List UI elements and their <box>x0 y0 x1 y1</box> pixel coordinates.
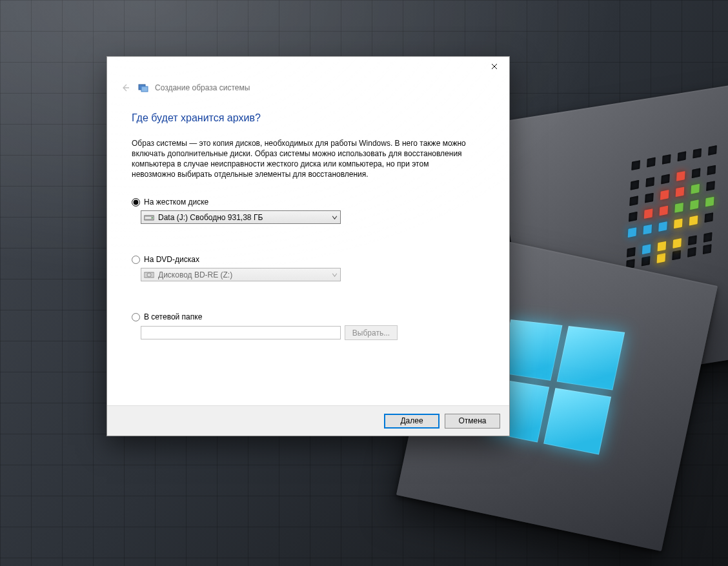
chevron-down-icon <box>332 272 338 278</box>
svg-rect-3 <box>145 217 151 219</box>
radio-network[interactable]: В сетевой папке <box>132 312 485 321</box>
svg-rect-1 <box>141 86 148 92</box>
optical-drive-icon <box>144 271 154 279</box>
hdd-drive-combo[interactable]: Data (J:) Свободно 931,38 ГБ <box>141 210 341 224</box>
network-path-input <box>141 326 341 339</box>
svg-point-4 <box>152 217 153 218</box>
option-group-network: В сетевой папке Выбрать... <box>132 312 485 340</box>
titlebar <box>107 57 509 76</box>
cancel-button[interactable]: Отмена <box>445 414 500 429</box>
page-heading: Где будет хранится архив? <box>132 112 485 124</box>
radio-hdd-input[interactable] <box>132 198 140 207</box>
radio-dvd-label: На DVD-дисках <box>144 255 199 264</box>
page-description: Образ системы — это копия дисков, необхо… <box>132 138 467 179</box>
browse-button: Выбрать... <box>345 325 398 340</box>
radio-hdd-label: На жестком диске <box>144 197 208 207</box>
chevron-down-icon <box>332 214 338 220</box>
desktop-background: Создание образа системы Где будет хранит… <box>0 0 728 566</box>
system-image-icon <box>138 83 148 93</box>
dvd-drive-value: Дисковод BD-RE (Z:) <box>158 270 232 279</box>
close-button[interactable] <box>480 57 509 76</box>
back-arrow-icon <box>120 83 130 93</box>
radio-dvd[interactable]: На DVD-дисках <box>132 255 485 264</box>
close-icon <box>491 63 498 70</box>
radio-hdd[interactable]: На жестком диске <box>132 197 485 207</box>
option-group-hdd: На жестком диске Data (J:) Свободно 931,… <box>132 197 485 224</box>
radio-network-label: В сетевой папке <box>144 312 202 321</box>
window-title: Создание образа системы <box>155 83 250 92</box>
back-button[interactable] <box>119 81 132 94</box>
radio-network-input[interactable] <box>132 313 140 321</box>
radio-dvd-input[interactable] <box>132 256 140 264</box>
hdd-drive-value: Data (J:) Свободно 931,38 ГБ <box>158 213 263 222</box>
dvd-drive-combo: Дисковод BD-RE (Z:) <box>141 268 341 281</box>
option-group-dvd: На DVD-дисках Дисковод BD-RE (Z:) <box>132 255 485 281</box>
wizard-footer: Далее Отмена <box>107 405 509 436</box>
next-button[interactable]: Далее <box>384 414 440 429</box>
hdd-icon <box>144 214 154 221</box>
breadcrumb: Создание образа системы <box>119 81 250 94</box>
wizard-window: Создание образа системы Где будет хранит… <box>106 56 510 436</box>
svg-point-7 <box>148 274 150 276</box>
